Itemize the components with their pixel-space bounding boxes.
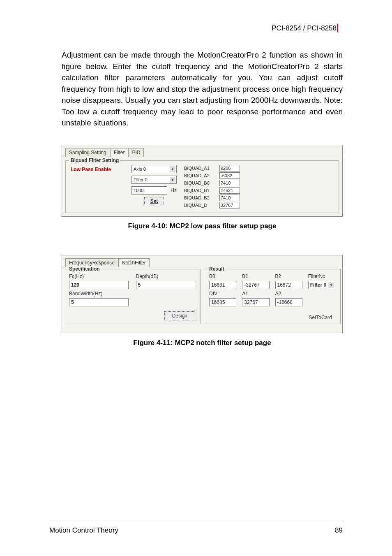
- a2-value-text: -16668: [277, 299, 293, 305]
- filterno-dropdown-value: Filter 0: [310, 282, 326, 288]
- filterno-dropdown[interactable]: Filter 0 ▼: [308, 281, 335, 289]
- biquad-b1-value[interactable]: 14821: [219, 187, 240, 194]
- depth-input-value: 5: [138, 282, 141, 288]
- set-to-card-button[interactable]: SetToCard: [309, 315, 332, 320]
- design-button[interactable]: Design: [164, 311, 195, 320]
- filterno-label: FilterNo: [308, 273, 335, 279]
- biquad-d-label: BIQUAD_D: [184, 203, 217, 208]
- biquad-b2-value[interactable]: 7410: [219, 195, 240, 201]
- a1-value-text: 32767: [244, 299, 258, 305]
- biquad-fieldset: Biquad Filter Setting Low Pass Enable Ax…: [65, 160, 339, 213]
- biquad-b1-label: BIQUAD_B1: [184, 188, 217, 193]
- page-footer: Motion Control Theory 89: [49, 526, 343, 535]
- footer-divider: [49, 522, 343, 522]
- biquad-b0-label: BIQUAD_B0: [184, 181, 217, 185]
- fc-label: Fc(Hz): [69, 273, 129, 279]
- b0-value[interactable]: 16681: [209, 281, 236, 289]
- header-bar: ▏: [337, 24, 343, 32]
- biquad-b2-label: BIQUAD_B2: [184, 195, 217, 200]
- tab-notch-filter[interactable]: NotchFilter: [118, 258, 150, 267]
- filter-dropdown[interactable]: Filter 0 ▼: [131, 176, 177, 184]
- dropdown-arrow-icon: ▼: [170, 177, 175, 183]
- biquad-fieldset-legend: Biquad Filter Setting: [69, 158, 120, 163]
- b2-value[interactable]: 16672: [275, 281, 302, 289]
- a1-label: A1: [242, 291, 269, 297]
- bandwidth-label: BandWidth(Hz): [69, 291, 129, 297]
- lowpass-panel: Sampling Setting Filter PID Biquad Filte…: [62, 145, 343, 217]
- product-label: PCI-8254 / PCI-8258: [272, 24, 337, 32]
- result-fieldset: Result B0 B1 B2 FilterNo 16681 -32767 16…: [204, 269, 341, 324]
- b1-label: B1: [242, 273, 269, 279]
- hz-unit-label: Hz: [171, 188, 177, 193]
- set-button[interactable]: Set: [144, 197, 164, 205]
- b2-label: B2: [275, 273, 302, 279]
- biquad-a2-label: BIQUAD_A2: [184, 173, 217, 178]
- figure-4-11-caption: Figure 4-11: MCP2 notch filter setup pag…: [62, 339, 343, 347]
- biquad-values: BIQUAD_A19206 BIQUAD_A2-6082 BIQUAD_B074…: [184, 165, 240, 208]
- body-paragraph: Adjustment can be made through the Motio…: [62, 49, 343, 129]
- biquad-a1-label: BIQUAD_A1: [184, 166, 217, 171]
- result-legend: Result: [208, 266, 226, 272]
- a2-label: A2: [275, 291, 302, 297]
- div-value-text: 16685: [211, 299, 225, 305]
- tab-sampling-setting[interactable]: Sampling Setting: [65, 148, 110, 157]
- notch-panel: FrequencyResponse NotchFilter Specificat…: [62, 255, 343, 333]
- specification-fieldset: Specification Fc(Hz) Depth(dB) 120 5 Ban…: [64, 269, 201, 324]
- depth-label: Depth(dB): [136, 273, 196, 279]
- div-label: DIV: [209, 291, 236, 297]
- b0-value-text: 16681: [211, 282, 225, 288]
- biquad-a2-value[interactable]: -6082: [219, 172, 240, 179]
- axis-dropdown[interactable]: Axis 0 ▼: [131, 165, 177, 173]
- biquad-d-value[interactable]: 32767: [219, 202, 240, 208]
- biquad-a1-value[interactable]: 9206: [219, 165, 240, 171]
- bandwidth-input-value: 5: [71, 299, 74, 305]
- footer-page-number: 89: [335, 526, 343, 535]
- dropdown-arrow-icon: ▼: [170, 166, 175, 172]
- figure-4-10-caption: Figure 4-10: MCP2 low pass filter setup …: [62, 222, 343, 230]
- b1-value-text: -32767: [244, 282, 259, 288]
- notch-tabrow: FrequencyResponse NotchFilter: [62, 255, 342, 267]
- filter-dropdown-value: Filter 0: [134, 177, 148, 182]
- a2-value[interactable]: -16668: [275, 298, 302, 306]
- depth-input[interactable]: 5: [136, 281, 196, 289]
- dropdown-arrow-icon: ▼: [328, 282, 334, 288]
- fc-input[interactable]: 120: [69, 281, 129, 289]
- div-value[interactable]: 16685: [209, 298, 236, 306]
- fc-input-value: 120: [71, 282, 79, 288]
- b0-label: B0: [209, 273, 236, 279]
- footer-chapter-title: Motion Control Theory: [49, 526, 118, 535]
- b1-value[interactable]: -32767: [242, 281, 269, 289]
- bandwidth-input[interactable]: 5: [69, 298, 129, 306]
- tab-filter[interactable]: Filter: [110, 148, 129, 157]
- a1-value[interactable]: 32767: [242, 298, 269, 306]
- hz-input-value: 1000: [134, 188, 143, 193]
- lowpass-tabrow: Sampling Setting Filter PID: [62, 145, 342, 157]
- axis-dropdown-value: Axis 0: [134, 167, 146, 171]
- page-header-product: PCI-8254 / PCI-8258▏: [272, 24, 343, 32]
- hz-input[interactable]: 1000: [131, 186, 167, 195]
- b2-value-text: 16672: [277, 282, 291, 288]
- biquad-b0-value[interactable]: 7410: [219, 180, 240, 186]
- specification-legend: Specification: [67, 266, 101, 272]
- tab-pid[interactable]: PID: [128, 148, 144, 157]
- low-pass-enable-label: Low Pass Enable: [71, 165, 124, 172]
